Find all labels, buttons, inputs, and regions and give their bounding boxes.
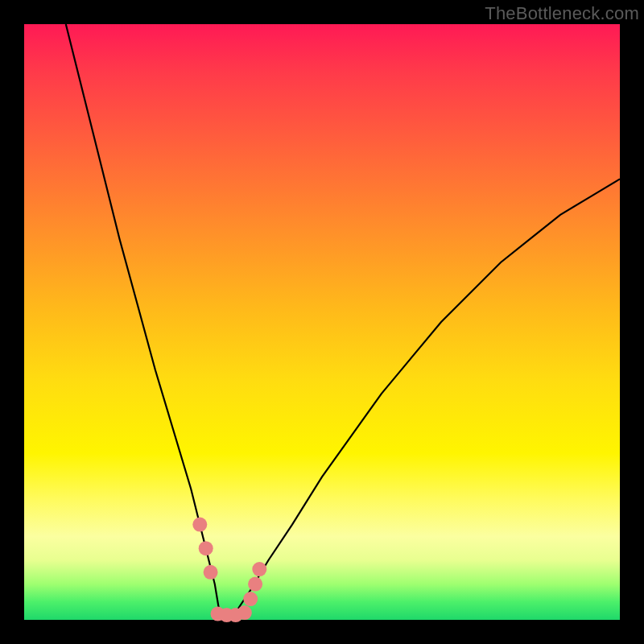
- watermark-text: TheBottleneck.com: [485, 3, 639, 24]
- chart-frame: TheBottleneck.com: [0, 0, 644, 644]
- marker-left-approach-top: [192, 518, 207, 532]
- marker-group: [192, 518, 266, 623]
- marker-right-rise-low: [243, 592, 258, 606]
- marker-left-approach-mid: [199, 541, 213, 555]
- marker-floor-d: [237, 605, 252, 620]
- marker-left-approach-low: [204, 565, 218, 580]
- marker-right-rise-mid: [248, 577, 262, 592]
- marker-right-rise-top: [252, 562, 266, 576]
- curve-layer: [24, 24, 620, 620]
- bottleneck-curve: [66, 24, 620, 620]
